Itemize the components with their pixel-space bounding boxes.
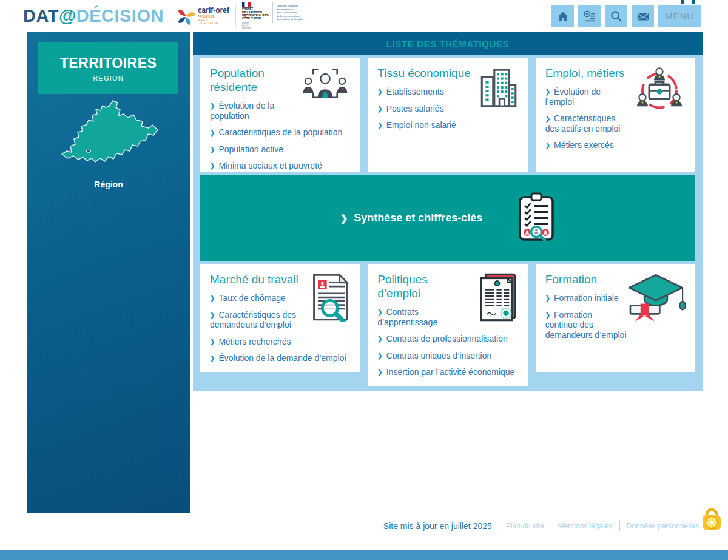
header-divider (170, 5, 170, 27)
hidden-panel-tab (681, 0, 684, 4)
card-links: ❯Évolution de la population ❯Caractérist… (210, 101, 350, 171)
home-icon (556, 10, 570, 23)
card-link[interactable]: ❯Évolution de la population (210, 101, 350, 121)
chevron-right-icon: ❯ (340, 213, 348, 223)
chevron-right-icon: ❯ (545, 89, 550, 95)
footer-divider (499, 520, 499, 531)
footer-divider (619, 520, 620, 531)
footer-link-plan-du-site[interactable]: Plan du site (506, 522, 544, 530)
card-link[interactable]: ❯Contrats uniques d’insertion (377, 351, 517, 361)
card-politiques-emploi: Politiques d’emploi ❯Contrats d’apprenti… (368, 264, 527, 386)
prefet-motto-line: Fraternité (242, 27, 251, 29)
banner-label: Synthèse et chiffres-clés (354, 212, 482, 224)
card-emploi-metiers: Emploi, métiers ❯Évolution de l’emploi ❯… (536, 58, 695, 172)
chevron-right-icon: ❯ (377, 369, 382, 376)
carif-pinwheel-icon (177, 7, 195, 25)
chevron-right-icon: ❯ (210, 312, 215, 319)
page-title: LISTE DES THÉMATIQUES (386, 39, 509, 49)
menu-button[interactable]: MENU (658, 5, 701, 27)
carif-region-line: ALPES (198, 19, 207, 22)
paca-region-map-icon (57, 98, 166, 183)
site-update-text: Site mis à jour en juillet 2025 (383, 521, 492, 531)
header-buttons: MENU (551, 5, 701, 27)
cv-magnifier-icon (311, 272, 350, 325)
synthese-banner[interactable]: ❯Synthèse et chiffres-clés (200, 175, 695, 261)
chevron-right-icon: ❯ (210, 339, 215, 345)
carif-name: carif-oref (198, 7, 229, 14)
chevron-right-icon: ❯ (210, 103, 215, 109)
footer: Site mis à jour en juillet 2025 Plan du … (383, 520, 699, 531)
chevron-right-icon: ❯ (377, 353, 382, 359)
carif-region-line: CÔTE D'AZUR (198, 22, 218, 25)
bottom-band (0, 550, 728, 560)
card-link[interactable]: ❯Insertion par l’activité économique (377, 367, 517, 377)
chevron-right-icon: ❯ (545, 295, 550, 302)
card-formation: Formation ❯Formation initiale ❯Formation… (536, 264, 695, 372)
footer-divider (551, 520, 551, 531)
territories-subtitle: RÉGION (93, 75, 124, 82)
card-link[interactable]: ❯Emploi non salarié (377, 120, 517, 130)
chevron-right-icon: ❯ (210, 295, 215, 302)
graduation-cap-icon (626, 272, 686, 325)
logo-part-at: @ (59, 6, 76, 25)
card-link[interactable]: ❯Caractéristiques des actifs en emploi (545, 113, 686, 133)
favorites-list-icon (583, 10, 596, 23)
mail-icon (636, 10, 650, 23)
header-divider (235, 5, 236, 27)
chevron-right-icon: ❯ (377, 106, 382, 112)
carif-oref-logo[interactable]: carif-oref PROVENCE ALPES CÔTE D'AZUR (177, 7, 229, 25)
card-marche-du-travail: Marché du travail ❯Taux de chômage ❯Cara… (200, 264, 360, 372)
chevron-right-icon: ❯ (377, 336, 382, 342)
chevron-right-icon: ❯ (545, 142, 550, 149)
card-link[interactable]: ❯Caractéristiques de la population (210, 127, 350, 138)
clipboard-search-icon (517, 192, 555, 245)
card-population-residente: Population résidente ❯Évolution de la po… (200, 58, 360, 172)
card-link[interactable]: ❯Minima sociaux et pauvreté (210, 161, 350, 171)
chevron-right-icon: ❯ (545, 312, 550, 319)
main-content: LISTE DES THÉMATIQUES (193, 32, 703, 391)
search-button[interactable] (605, 5, 627, 27)
territories-title: TERRITOIRES (60, 55, 157, 72)
region-map[interactable] (57, 98, 166, 183)
prefet-direction-text: Direction régionale des entreprises, de … (277, 2, 303, 21)
contract-seal-icon (478, 272, 518, 325)
home-button[interactable] (551, 5, 574, 27)
territories-sidebar: TERRITOIRES RÉGION Région (27, 32, 190, 513)
site-logo[interactable]: DAT@DÉCISION (23, 6, 164, 26)
cookie-manager-button[interactable] (701, 508, 722, 530)
footer-link-donnees-personnelles[interactable]: Données personnelles (627, 522, 699, 530)
favorites-list-button[interactable] (578, 5, 601, 27)
header: DAT@DÉCISION carif-oref PROVENCE ALPES C… (0, 0, 728, 32)
search-icon (610, 10, 623, 23)
people-focus-icon (300, 66, 350, 104)
chevron-right-icon: ❯ (377, 89, 382, 95)
briefcase-network-icon (633, 66, 686, 113)
chevron-right-icon: ❯ (210, 163, 215, 169)
buildings-icon (478, 66, 518, 113)
card-link[interactable]: ❯Métiers recherchés (210, 337, 350, 347)
chevron-right-icon: ❯ (210, 146, 215, 153)
card-link[interactable]: ❯Évolution de la demande d’emploi (210, 353, 350, 363)
territory-selector[interactable]: TERRITOIRES RÉGION (38, 42, 178, 94)
chevron-right-icon: ❯ (210, 355, 215, 362)
logo-part-decision: DÉCISION (76, 6, 164, 25)
mail-button[interactable] (632, 5, 654, 27)
lemon-padlock-icon (701, 508, 722, 530)
card-link[interactable]: ❯Population active (210, 144, 350, 155)
thematiques-panel: Population résidente ❯Évolution de la po… (193, 55, 703, 391)
footer-link-mentions-legales[interactable]: Mentions légales (558, 522, 613, 530)
card-link[interactable]: ❯Métiers exercés (545, 140, 686, 150)
chevron-right-icon: ❯ (545, 115, 550, 122)
carif-region-line: PROVENCE (198, 15, 215, 18)
prefet-line: CÔTE D'AZUR (242, 17, 269, 20)
prefet-logo: PRÉFET DE LA RÉGION PROVENCE-ALPES- CÔTE… (242, 2, 303, 30)
chevron-right-icon: ❯ (210, 129, 215, 136)
card-tissu-economique: Tissu économique ❯Établissements ❯Postes… (368, 58, 527, 172)
chevron-right-icon: ❯ (377, 309, 382, 315)
region-map-label: Région (27, 180, 190, 189)
prefet-divider (272, 2, 273, 23)
logo-part-dat: DAT (23, 6, 59, 25)
card-link[interactable]: ❯Contrats de professionnalisation (377, 334, 517, 344)
chevron-right-icon: ❯ (377, 122, 382, 129)
thematiques-titlebar: LISTE DES THÉMATIQUES (193, 32, 703, 55)
